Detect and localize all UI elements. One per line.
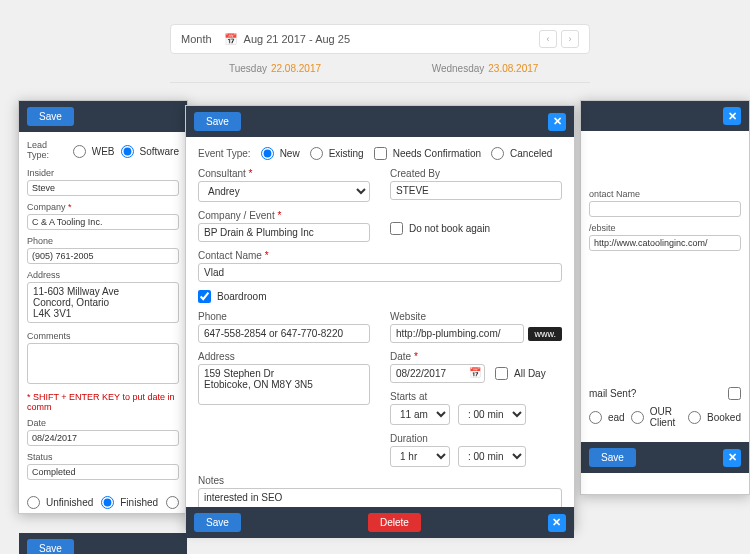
status-unfinished[interactable]: Unfinished (27, 496, 93, 509)
close-icon[interactable]: ✕ (723, 449, 741, 467)
all-day-checkbox[interactable]: All Day (495, 367, 546, 380)
calendar-range[interactable]: 📅 Aug 21 2017 - Aug 25 (224, 33, 350, 46)
do-not-book-checkbox[interactable]: Do not book again (390, 222, 562, 235)
company-field[interactable] (27, 214, 179, 230)
lead-type-web[interactable]: WEB (73, 145, 115, 158)
calendar-month-label[interactable]: Month (181, 33, 212, 45)
status-radios: Unfinished Finished Do Not C (27, 486, 179, 519)
date-field[interactable] (27, 430, 179, 446)
calendar-day-header: Tuesday 22.08.2017 Wednesday 23.08.2017 (170, 55, 590, 83)
phone-field[interactable] (198, 324, 370, 343)
save-button[interactable]: Save (194, 112, 241, 131)
comments-field[interactable] (27, 343, 179, 384)
save-button[interactable]: Save (27, 539, 74, 554)
calendar-day-col: Tuesday 22.08.2017 (170, 55, 380, 82)
lead-edit-panel: Save Lead Type: WEB Software Insider Com… (18, 100, 188, 514)
status-finished[interactable]: Finished (101, 496, 158, 509)
address-field[interactable]: 159 Stephen Dr Etobicoke, ON M8Y 3N5 (198, 364, 370, 405)
calendar-next-button[interactable]: › (561, 30, 579, 48)
close-icon[interactable]: ✕ (723, 107, 741, 125)
calendar-icon: 📅 (224, 33, 238, 46)
type-booked[interactable]: Booked (688, 411, 741, 424)
event-type-canceled[interactable]: Canceled (491, 147, 552, 160)
event-needs-confirmation[interactable]: Needs Confirmation (374, 147, 481, 160)
shift-enter-note: * SHIFT + ENTER KEY to put date in comm (27, 392, 179, 412)
email-sent-row: mail Sent? (589, 387, 741, 400)
created-by-field[interactable] (390, 181, 562, 200)
email-sent-checkbox[interactable] (728, 387, 741, 400)
phone-field[interactable] (27, 248, 179, 264)
starts-hour-select[interactable]: 11 am (390, 404, 450, 425)
notes-field[interactable]: interested in SEO (198, 488, 562, 507)
lead-type-software[interactable]: Software (121, 145, 179, 158)
type-ourclient[interactable]: OUR Client (631, 406, 682, 428)
insider-field[interactable] (27, 180, 179, 196)
address-field[interactable]: 11-603 Millway Ave Concord, Ontario L4K … (27, 282, 179, 323)
status-field[interactable] (27, 464, 179, 480)
calendar-toolbar: Month 📅 Aug 21 2017 - Aug 25 ‹ › (170, 24, 590, 54)
boardroom-checkbox[interactable]: Boardroom (198, 290, 562, 303)
starts-min-select[interactable]: : 00 min (458, 404, 526, 425)
close-icon[interactable]: ✕ (548, 113, 566, 131)
event-edit-panel: Save ✕ Event Type: New Existing Needs Co… (185, 105, 575, 530)
www-badge[interactable]: www. (528, 327, 562, 341)
consultant-select[interactable]: Andrey (198, 181, 370, 202)
website-field[interactable] (589, 235, 741, 251)
calendar-icon[interactable]: 📅 (469, 367, 481, 378)
type-lead[interactable]: ead (589, 411, 625, 424)
duration-min-select[interactable]: : 00 min (458, 446, 526, 467)
delete-button[interactable]: Delete (368, 513, 421, 532)
save-button[interactable]: Save (589, 448, 636, 467)
company-event-field[interactable] (198, 223, 370, 242)
secondary-edit-panel: ✕ ontact Name /ebsite mail Sent? ead OUR… (580, 100, 750, 495)
close-icon[interactable]: ✕ (548, 514, 566, 532)
duration-hour-select[interactable]: 1 hr (390, 446, 450, 467)
lead-type-row: Lead Type: WEB Software (27, 140, 179, 162)
calendar-day-col: Wednesday 23.08.2017 (380, 55, 590, 82)
contact-name-field[interactable] (198, 263, 562, 282)
calendar-prev-button[interactable]: ‹ (539, 30, 557, 48)
event-type-existing[interactable]: Existing (310, 147, 364, 160)
website-field[interactable] (390, 324, 524, 343)
contact-name-field[interactable] (589, 201, 741, 217)
event-type-new[interactable]: New (261, 147, 300, 160)
save-button[interactable]: Save (194, 513, 241, 532)
save-button[interactable]: Save (27, 107, 74, 126)
